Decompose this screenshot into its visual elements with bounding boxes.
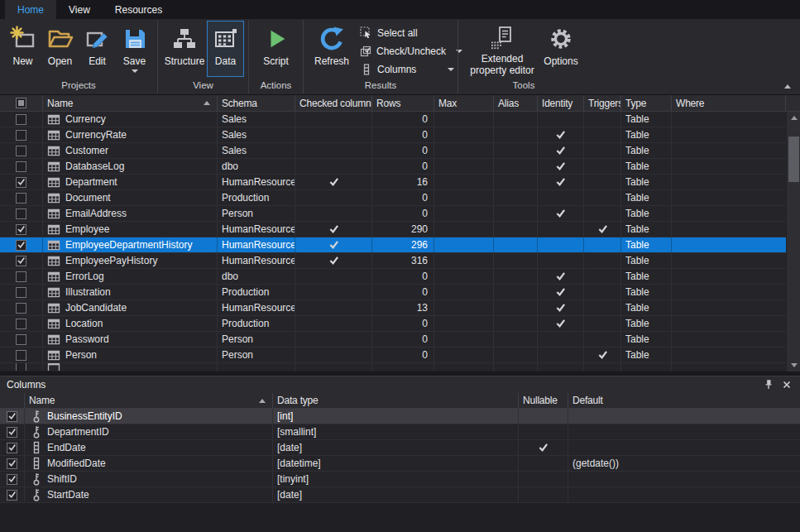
table-row[interactable]: EmployeeDepartmentHistory HumanResources… [0,237,786,253]
triggers-cell [584,269,621,284]
structure-button[interactable]: Structure [162,21,207,77]
select-all-checkbox-header[interactable] [0,95,43,111]
columns-button[interactable]: Columns [360,63,454,75]
column-header-data-type[interactable]: Data type [273,393,519,408]
new-button[interactable]: New [4,21,41,77]
row-checkbox[interactable] [16,256,26,266]
schema-cell: HumanResources [218,237,295,252]
ribbon-tab[interactable]: Resources [103,0,175,19]
row-checkbox[interactable] [16,319,26,329]
table-row[interactable]: Currency Sales 0 Table [0,112,786,127]
row-checkbox[interactable] [7,443,17,453]
column-header-alias[interactable]: Alias [494,95,538,111]
row-select-cell [0,143,43,158]
column-header-where[interactable]: Where [672,95,786,111]
vertical-scrollbar[interactable] [786,112,800,371]
check-uncheck-button[interactable]: Check/Uncheck [360,45,454,57]
row-checkbox[interactable] [16,287,26,298]
column-row[interactable]: BusinessEntityID [int] [0,409,800,424]
checked-columns-cell [295,316,372,331]
column-row[interactable]: ShiftID [tinyint] [0,472,800,487]
data-grid-icon [212,25,240,53]
close-icon[interactable] [780,378,793,391]
row-checkbox[interactable] [16,161,26,172]
scroll-down-button[interactable] [787,359,800,371]
script-button[interactable]: Script [257,21,295,77]
table-row[interactable]: Department HumanResources 16 Tab [0,175,786,190]
ribbon-tab[interactable]: View [56,0,103,19]
column-header-max[interactable]: Max [434,95,494,111]
max-cell [434,237,494,252]
row-checkbox[interactable] [16,271,26,282]
refresh-button[interactable]: Refresh [310,21,353,77]
schema-cell: HumanResources [218,175,295,189]
column-header-type[interactable]: Type [621,95,672,111]
table-row[interactable]: DatabaseLog dbo 0 Table [0,159,786,175]
check-icon [555,146,566,156]
scrollbar-thumb[interactable] [788,137,799,182]
row-checkbox[interactable] [7,427,17,438]
identity-cell [538,190,584,205]
row-checkbox[interactable] [16,350,26,361]
row-checkbox[interactable] [16,208,26,219]
table-row-partial[interactable] [0,363,786,371]
column-row[interactable]: ModifiedDate [datetime] (getdate()) [0,456,800,472]
default-cell [568,472,800,486]
row-checkbox[interactable] [16,303,26,314]
table-row[interactable]: ErrorLog dbo 0 Table [0,269,786,285]
row-checkbox[interactable] [16,224,26,235]
data-button[interactable]: Data [207,21,244,77]
column-row[interactable]: StartDate [date] [0,487,800,503]
table-row[interactable]: Customer Sales 0 Table [0,143,786,159]
where-cell [672,112,786,127]
table-row[interactable]: EmailAddress Person 0 Table [0,206,786,222]
column-row[interactable]: EndDate [date] [0,440,800,456]
row-checkbox[interactable] [16,114,26,125]
row-checkbox[interactable] [16,240,26,251]
row-checkbox[interactable] [16,177,26,188]
row-checkbox[interactable] [7,474,17,485]
row-select-cell [0,300,43,315]
edit-button[interactable]: Edit [79,21,116,77]
row-select-cell [0,237,43,252]
table-row[interactable]: Location Production 0 Table [0,316,786,332]
table-row[interactable]: EmployeePayHistory HumanResources 316 [0,253,786,269]
row-checkbox[interactable] [16,193,26,204]
row-checkbox[interactable] [7,411,17,422]
save-floppy-icon [121,25,149,53]
header-checkbox-indeterminate[interactable] [16,98,26,108]
row-checkbox[interactable] [16,130,26,141]
collapse-ribbon-button[interactable] [784,84,791,89]
where-cell [672,285,786,300]
column-header-default[interactable]: Default [568,393,800,408]
select-all-button[interactable]: Select all [360,26,454,39]
column-header-identity[interactable]: Identity [538,95,584,111]
extended-property-editor-button[interactable]: Extended property editor [465,21,539,77]
row-checkbox[interactable] [7,458,17,469]
save-button[interactable]: Save [116,21,153,77]
open-button[interactable]: Open [41,21,79,77]
table-row[interactable]: Person Person 0 Table [0,347,786,363]
row-checkbox[interactable] [7,490,17,501]
row-checkbox[interactable] [16,334,26,345]
table-row[interactable]: Illustration Production 0 Table [0,285,786,300]
table-row[interactable]: Employee HumanResources 290 Tabl [0,222,786,237]
column-header-checked-columns[interactable]: Checked columns [295,95,372,111]
column-header-schema[interactable]: Schema [218,95,295,111]
scroll-up-button[interactable] [787,112,800,124]
table-row[interactable]: Password Person 0 Table [0,332,786,347]
table-row[interactable]: Document Production 0 Table [0,190,786,206]
row-checkbox[interactable] [16,146,26,156]
column-row[interactable]: DepartmentID [smallint] [0,424,800,440]
column-header-nullable[interactable]: Nullable [519,393,568,408]
table-row[interactable]: JobCandidate HumanResources 13 T [0,300,786,316]
table-row[interactable]: CurrencyRate Sales 0 Table [0,127,786,143]
ribbon-tab[interactable]: Home [5,0,56,19]
column-header-col-name[interactable]: Name [25,393,273,408]
column-header-rows[interactable]: Rows [372,95,434,111]
pin-icon[interactable] [762,378,775,391]
column-header-name[interactable]: Name [43,95,218,111]
save-dropdown-caret-icon[interactable] [132,69,138,73]
column-header-triggers[interactable]: Triggers [584,95,621,111]
options-button[interactable]: Options [539,21,582,77]
